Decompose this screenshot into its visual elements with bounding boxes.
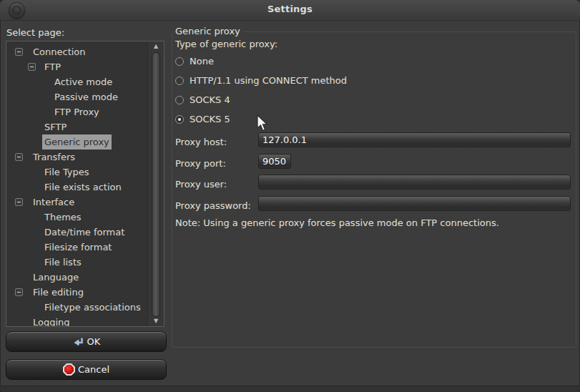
cancel-button[interactable]: Cancel [6,359,167,380]
page-tree: ConnectionFTPActive modePassive modeFTP … [6,41,164,327]
tree-item-label: SFTP [42,119,69,134]
radio-option-socks-5[interactable]: SOCKS 5 [175,112,230,127]
tree-item-label: Language [31,270,81,285]
proxy-port-input[interactable] [258,154,291,169]
tree-item-label: Filesize format [42,240,114,255]
tree-item-label: Interface [31,195,77,210]
tree-item-file-types[interactable]: File Types [6,165,164,180]
radio-option-label: None [190,56,214,67]
collapse-minus-icon[interactable] [28,63,36,71]
tree-item-ftp-proxy[interactable]: FTP Proxy [6,104,164,119]
tree-item-language[interactable]: Language [6,270,164,285]
tree-item-file-lists[interactable]: File lists [6,255,164,270]
tree-item-sftp[interactable]: SFTP [6,119,164,134]
scroll-down-icon[interactable]: ▼ [148,317,164,325]
radio-option-label: HTTP/1.1 using CONNECT method [190,75,347,86]
collapse-minus-icon[interactable] [15,153,23,161]
radio-icon[interactable] [175,96,184,104]
tree-item-interface[interactable]: Interface [6,195,164,210]
radio-icon[interactable] [175,77,184,85]
radio-option-label: SOCKS 4 [190,94,230,105]
proxy-type-label: Type of generic proxy: [175,39,277,49]
tree-item-active-mode[interactable]: Active mode [6,74,164,89]
settings-dialog: Settings Select page: ConnectionFTPActiv… [0,0,580,392]
tree-item-label: File editing [31,285,86,300]
proxy-user-label: Proxy user: [175,177,227,192]
tree-item-label: Generic proxy [42,134,112,150]
tree-item-date-time-format[interactable]: Date/time format [6,225,164,240]
enter-arrow-icon [72,336,84,348]
tree-item-label: Themes [42,210,84,225]
collapse-minus-icon[interactable] [15,288,23,296]
proxy-host-label: Proxy host: [175,135,227,150]
tree-item-label: File exists action [42,180,124,195]
cancel-button-label: Cancel [78,364,109,375]
titlebar[interactable]: Settings [0,0,580,21]
tree-item-ftp[interactable]: FTP [6,59,164,74]
select-page-label: Select page: [6,27,64,38]
tree-item-transfers[interactable]: Transfers [6,150,164,165]
ok-button-label: OK [87,336,101,347]
tree-item-label: FTP [42,59,63,74]
tree-item-themes[interactable]: Themes [6,210,164,225]
collapse-minus-icon[interactable] [15,198,23,206]
tree-item-label: Active mode [52,74,114,89]
tree-item-filesize-format[interactable]: Filesize format [6,240,164,255]
proxy-password-label: Proxy password: [175,199,251,213]
tree-item-label: Connection [31,44,88,59]
proxy-port-label: Proxy port: [175,157,226,171]
radio-option-label: SOCKS 5 [190,114,230,124]
proxy-user-input[interactable] [258,175,571,190]
tree-item-file-editing[interactable]: File editing [6,285,164,300]
groupbox-title: Generic proxy [173,26,242,36]
radio-option-socks-4[interactable]: SOCKS 4 [175,93,230,107]
collapse-minus-icon[interactable] [15,48,23,56]
tree-item-label: Transfers [31,150,77,165]
tree-item-file-exists-action[interactable]: File exists action [6,180,164,195]
proxy-note: Note: Using a generic proxy forces passi… [175,217,499,228]
tree-item-label: Filetype associations [42,300,143,315]
tree-item-connection[interactable]: Connection [6,44,164,59]
window-title: Settings [0,4,580,14]
scroll-up-icon[interactable]: ▲ [148,42,164,51]
proxy-host-input[interactable] [258,132,571,147]
stop-icon [63,363,75,376]
tree-item-label: File Types [42,165,92,180]
tree-item-passive-mode[interactable]: Passive mode [6,89,164,104]
ok-button[interactable]: OK [6,331,167,352]
tree-item-label: Logging [31,315,72,327]
radio-icon[interactable] [175,57,184,66]
tree-item-label: File lists [42,255,84,270]
tree-item-label: Date/time format [42,225,127,240]
tree-item-label: Passive mode [52,89,120,104]
tree-item-generic-proxy[interactable]: Generic proxy [6,134,164,150]
scrollbar-thumb[interactable] [152,52,160,317]
radio-option-http-1-1-using-connect-method[interactable]: HTTP/1.1 using CONNECT method [175,74,347,88]
radio-selected-icon[interactable] [175,115,184,124]
radio-option-none[interactable]: None [175,54,214,69]
tree-item-filetype-associations[interactable]: Filetype associations [6,300,164,315]
tree-item-logging[interactable]: Logging [6,315,164,327]
window-bottom-edge [0,386,580,392]
tree-item-label: FTP Proxy [52,104,102,119]
proxy-password-input[interactable] [258,196,571,211]
tree-scrollbar[interactable]: ▲ ▼ [147,41,164,326]
